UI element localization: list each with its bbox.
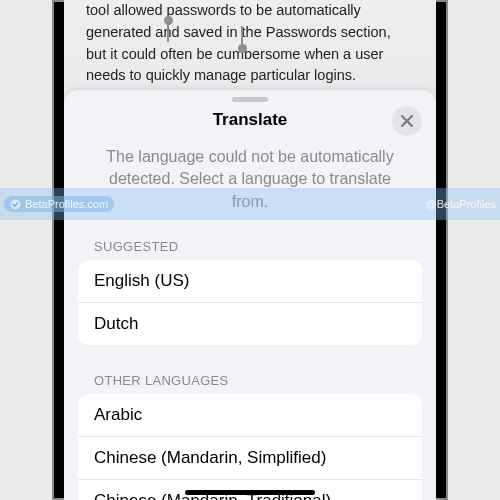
section-label-suggested: SUGGESTED — [64, 231, 436, 260]
sheet-header: Translate — [64, 106, 436, 140]
section-label-other: OTHER LANGUAGES — [64, 365, 436, 394]
sheet-subtitle: The language could not be automatically … — [64, 140, 436, 231]
suggested-list: English (US) Dutch — [78, 260, 422, 345]
screen: tool allowed passwords to be automatical… — [64, 0, 436, 500]
close-button[interactable] — [392, 106, 422, 136]
language-option[interactable]: Dutch — [78, 303, 422, 345]
language-option[interactable]: Chinese (Mandarin, Simplified) — [78, 437, 422, 480]
article-snippet: tool allowed passwords to be automatical… — [86, 2, 391, 83]
sheet-grabber[interactable] — [232, 97, 268, 102]
sheet-title: Translate — [64, 110, 436, 130]
selection-caret-start — [167, 22, 169, 42]
close-icon — [401, 115, 413, 127]
language-option[interactable]: Arabic — [78, 394, 422, 437]
other-languages-list: Arabic Chinese (Mandarin, Simplified) Ch… — [78, 394, 422, 500]
svg-point-0 — [10, 199, 20, 209]
language-option[interactable]: English (US) — [78, 260, 422, 303]
selection-caret-end — [241, 26, 243, 46]
translate-sheet: Translate The language could not be auto… — [64, 90, 436, 500]
home-indicator[interactable] — [185, 490, 315, 495]
check-badge-icon — [10, 199, 21, 210]
phone-frame: tool allowed passwords to be automatical… — [52, 0, 448, 500]
